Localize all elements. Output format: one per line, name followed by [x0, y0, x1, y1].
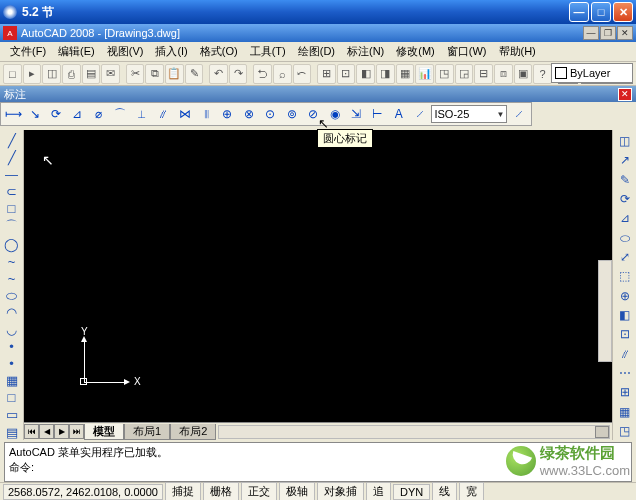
- tab-last[interactable]: ⏭: [69, 424, 84, 439]
- tb-pan[interactable]: ⮌: [253, 64, 272, 84]
- tb-open[interactable]: ▸: [23, 64, 42, 84]
- status-ortho[interactable]: 正交: [241, 482, 277, 500]
- tb-redo[interactable]: ↷: [229, 64, 248, 84]
- layer-color-combo[interactable]: ByLayer: [551, 63, 633, 83]
- dim-jogline[interactable]: ⇲: [346, 104, 366, 124]
- menu-edit[interactable]: 编辑(E): [52, 42, 101, 61]
- tb-help[interactable]: ?: [533, 64, 552, 84]
- tb-b1[interactable]: ◳: [435, 64, 454, 84]
- menu-modify[interactable]: 修改(M): [390, 42, 441, 61]
- status-snap[interactable]: 捕捉: [165, 482, 201, 500]
- outer-maximize-button[interactable]: □: [591, 2, 611, 22]
- lt-ellarc[interactable]: ◠: [2, 305, 22, 321]
- rt-move[interactable]: ⬭: [615, 229, 635, 247]
- lt-table[interactable]: ▤: [2, 424, 22, 440]
- lt-gradient[interactable]: □: [2, 390, 22, 406]
- rt-explode[interactable]: ◳: [615, 422, 635, 440]
- tb-ssm[interactable]: ◨: [376, 64, 395, 84]
- dim-style-btn[interactable]: ⟋: [508, 104, 528, 124]
- menu-draw[interactable]: 绘图(D): [292, 42, 341, 61]
- tb-paste[interactable]: 📋: [165, 64, 184, 84]
- tb-calc[interactable]: 📊: [415, 64, 434, 84]
- dim-edit[interactable]: ⊢: [367, 104, 387, 124]
- dim-tedit[interactable]: A: [389, 104, 409, 124]
- dim-quick[interactable]: ⋈: [174, 104, 194, 124]
- tb-b3[interactable]: ⊟: [474, 64, 493, 84]
- status-mod[interactable]: 宽: [459, 482, 484, 500]
- outer-close-button[interactable]: ✕: [613, 2, 633, 22]
- menu-help[interactable]: 帮助(H): [493, 42, 542, 61]
- lt-hatch[interactable]: ▦: [2, 373, 22, 389]
- tb-props[interactable]: ⊞: [317, 64, 336, 84]
- tb-cut[interactable]: ✂: [126, 64, 145, 84]
- vertical-scrollbar[interactable]: [598, 260, 612, 362]
- lt-rect[interactable]: □: [2, 200, 22, 216]
- rt-stretch[interactable]: ⊕: [615, 287, 635, 305]
- menu-dimension[interactable]: 标注(N): [341, 42, 390, 61]
- menu-insert[interactable]: 插入(I): [149, 42, 193, 61]
- lt-circle[interactable]: ◯: [2, 236, 22, 252]
- doc-restore-button[interactable]: ❐: [600, 26, 616, 40]
- dim-continue[interactable]: ⊕: [217, 104, 237, 124]
- tb-b5[interactable]: ▣: [514, 64, 533, 84]
- tb-match[interactable]: ✎: [185, 64, 204, 84]
- tab-first[interactable]: ⏮: [24, 424, 39, 439]
- tb-dc[interactable]: ⊡: [337, 64, 356, 84]
- menu-window[interactable]: 窗口(W): [441, 42, 493, 61]
- lt-polygon[interactable]: ⊂: [2, 183, 22, 199]
- tab-layout2[interactable]: 布局2: [170, 424, 216, 440]
- dim-update[interactable]: ⟋: [410, 104, 430, 124]
- rt-mirror[interactable]: ✎: [615, 171, 635, 189]
- menu-tools[interactable]: 工具(T): [244, 42, 292, 61]
- status-coords[interactable]: 2568.0572, 2462.0108, 0.0000: [3, 484, 163, 500]
- dim-jogged[interactable]: ⌒: [110, 104, 130, 124]
- tb-zoomprev[interactable]: ⤺: [293, 64, 312, 84]
- rt-offset[interactable]: ⟳: [615, 190, 635, 208]
- tb-publish[interactable]: ✉: [101, 64, 120, 84]
- lt-pline[interactable]: —: [2, 166, 22, 182]
- tb-b4[interactable]: ⧈: [494, 64, 513, 84]
- outer-minimize-button[interactable]: —: [569, 2, 589, 22]
- rt-chamfer[interactable]: ⊞: [615, 383, 635, 401]
- menu-view[interactable]: 视图(V): [101, 42, 150, 61]
- horizontal-scrollbar[interactable]: [218, 425, 610, 439]
- tb-b2[interactable]: ◲: [455, 64, 474, 84]
- status-lwt[interactable]: 线: [432, 482, 457, 500]
- tb-mark[interactable]: ▦: [396, 64, 415, 84]
- status-polar[interactable]: 极轴: [279, 482, 315, 500]
- tab-model[interactable]: 模型: [84, 424, 124, 440]
- status-otrack[interactable]: 追: [366, 482, 391, 500]
- lt-block[interactable]: •: [2, 339, 22, 355]
- lt-arc[interactable]: ⌒: [2, 217, 22, 235]
- dim-style-combo[interactable]: ISO-25 ▼: [431, 105, 507, 123]
- tab-layout1[interactable]: 布局1: [124, 424, 170, 440]
- lt-ellipse[interactable]: ⬭: [2, 288, 22, 304]
- dim-space[interactable]: ⊗: [239, 104, 259, 124]
- dim-ordinate[interactable]: ⊿: [67, 104, 87, 124]
- tb-tp[interactable]: ◧: [356, 64, 375, 84]
- tb-new[interactable]: □: [3, 64, 22, 84]
- menu-format[interactable]: 格式(O): [194, 42, 244, 61]
- lt-region[interactable]: ▭: [2, 407, 22, 423]
- lt-line[interactable]: ╱: [2, 132, 22, 148]
- dim-break[interactable]: ⊙: [260, 104, 280, 124]
- rt-break[interactable]: ⫽: [615, 344, 635, 362]
- doc-minimize-button[interactable]: —: [583, 26, 599, 40]
- tb-preview[interactable]: ▤: [82, 64, 101, 84]
- dimension-toolbar-close[interactable]: ✕: [618, 88, 632, 101]
- tb-zoom[interactable]: ⌕: [273, 64, 292, 84]
- tab-prev[interactable]: ◀: [39, 424, 54, 439]
- status-osnap[interactable]: 对象捕: [317, 482, 364, 500]
- rt-extend[interactable]: ⊡: [615, 325, 635, 343]
- dim-arc[interactable]: ⟳: [46, 104, 66, 124]
- dim-linear[interactable]: ⟼: [3, 104, 23, 124]
- tb-save[interactable]: ◫: [42, 64, 61, 84]
- drawing-canvas[interactable]: ↖ X Y: [24, 130, 612, 422]
- rt-erase[interactable]: ◫: [615, 132, 635, 150]
- tb-plot[interactable]: ⎙: [62, 64, 81, 84]
- tb-undo[interactable]: ↶: [209, 64, 228, 84]
- tb-copy[interactable]: ⧉: [145, 64, 164, 84]
- rt-copy[interactable]: ↗: [615, 151, 635, 169]
- rt-rotate[interactable]: ⤢: [615, 248, 635, 266]
- menu-file[interactable]: 文件(F): [4, 42, 52, 61]
